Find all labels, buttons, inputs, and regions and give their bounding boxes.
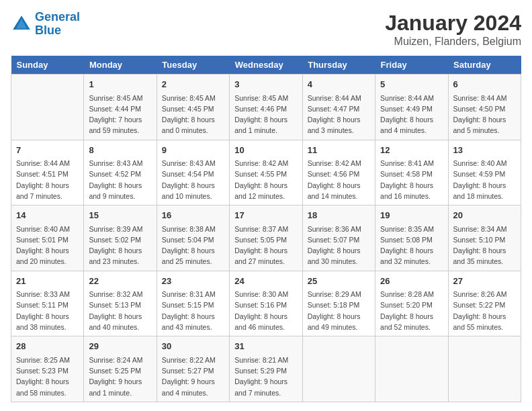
- day-info: Sunrise: 8:42 AMSunset: 4:56 PMDaylight:…: [308, 158, 370, 201]
- header-cell-wednesday: Wednesday: [230, 56, 302, 75]
- day-number: 8: [89, 144, 151, 157]
- day-number: 26: [380, 275, 443, 288]
- calendar-cell: 23Sunrise: 8:31 AMSunset: 5:15 PMDayligh…: [157, 271, 229, 336]
- day-info: Sunrise: 8:38 AMSunset: 5:04 PMDaylight:…: [162, 224, 224, 267]
- day-number: 23: [162, 275, 224, 288]
- calendar-cell: 26Sunrise: 8:28 AMSunset: 5:20 PMDayligh…: [375, 271, 448, 336]
- header-cell-monday: Monday: [84, 56, 157, 75]
- day-info: Sunrise: 8:41 AMSunset: 4:58 PMDaylight:…: [380, 158, 443, 201]
- calendar-table: SundayMondayTuesdayWednesdayThursdayFrid…: [11, 56, 521, 402]
- day-number: 13: [453, 144, 516, 157]
- calendar-cell: 8Sunrise: 8:43 AMSunset: 4:52 PMDaylight…: [84, 140, 157, 205]
- day-info: Sunrise: 8:45 AMSunset: 4:45 PMDaylight:…: [162, 93, 224, 136]
- calendar-cell: 4Sunrise: 8:44 AMSunset: 4:47 PMDaylight…: [302, 75, 375, 140]
- calendar-cell: 2Sunrise: 8:45 AMSunset: 4:45 PMDaylight…: [157, 75, 229, 140]
- day-info: Sunrise: 8:42 AMSunset: 4:55 PMDaylight:…: [234, 158, 297, 201]
- calendar-cell: 3Sunrise: 8:45 AMSunset: 4:46 PMDaylight…: [230, 75, 302, 140]
- calendar-cell: 24Sunrise: 8:30 AMSunset: 5:16 PMDayligh…: [230, 271, 302, 336]
- day-info: Sunrise: 8:45 AMSunset: 4:44 PMDaylight:…: [89, 93, 151, 136]
- day-number: 25: [308, 275, 370, 288]
- day-info: Sunrise: 8:43 AMSunset: 4:54 PMDaylight:…: [162, 158, 224, 201]
- day-info: Sunrise: 8:21 AMSunset: 5:29 PMDaylight:…: [234, 355, 297, 398]
- calendar-header-row: SundayMondayTuesdayWednesdayThursdayFrid…: [11, 56, 521, 75]
- calendar-cell: 25Sunrise: 8:29 AMSunset: 5:18 PMDayligh…: [302, 271, 375, 336]
- page-subtitle: Muizen, Flanders, Belgium: [385, 36, 521, 48]
- day-info: Sunrise: 8:45 AMSunset: 4:46 PMDaylight:…: [234, 93, 297, 136]
- day-info: Sunrise: 8:34 AMSunset: 5:10 PMDaylight:…: [453, 224, 516, 267]
- day-info: Sunrise: 8:40 AMSunset: 4:59 PMDaylight:…: [453, 158, 516, 201]
- day-info: Sunrise: 8:44 AMSunset: 4:51 PMDaylight:…: [16, 158, 79, 201]
- day-info: Sunrise: 8:35 AMSunset: 5:08 PMDaylight:…: [380, 224, 443, 267]
- day-info: Sunrise: 8:39 AMSunset: 5:02 PMDaylight:…: [89, 224, 151, 267]
- day-info: Sunrise: 8:40 AMSunset: 5:01 PMDaylight:…: [16, 224, 79, 267]
- calendar-cell: 30Sunrise: 8:22 AMSunset: 5:27 PMDayligh…: [157, 336, 229, 402]
- day-info: Sunrise: 8:44 AMSunset: 4:49 PMDaylight:…: [380, 93, 443, 136]
- calendar-cell: 7Sunrise: 8:44 AMSunset: 4:51 PMDaylight…: [11, 140, 84, 205]
- day-number: 18: [308, 209, 370, 222]
- day-number: 31: [234, 340, 297, 353]
- title-block: January 2024 Muizen, Flanders, Belgium: [385, 11, 521, 48]
- day-info: Sunrise: 8:44 AMSunset: 4:47 PMDaylight:…: [308, 93, 370, 136]
- day-number: 21: [16, 275, 79, 288]
- calendar-cell: [302, 336, 375, 402]
- day-number: 14: [16, 209, 79, 222]
- calendar-week-row: 14Sunrise: 8:40 AMSunset: 5:01 PMDayligh…: [11, 205, 521, 271]
- day-number: 2: [162, 78, 224, 91]
- calendar-cell: 12Sunrise: 8:41 AMSunset: 4:58 PMDayligh…: [375, 140, 448, 205]
- calendar-cell: 11Sunrise: 8:42 AMSunset: 4:56 PMDayligh…: [302, 140, 375, 205]
- calendar-week-row: 7Sunrise: 8:44 AMSunset: 4:51 PMDaylight…: [11, 140, 521, 205]
- header-cell-sunday: Sunday: [11, 56, 84, 75]
- calendar-cell: 18Sunrise: 8:36 AMSunset: 5:07 PMDayligh…: [302, 205, 375, 271]
- day-number: 27: [453, 275, 516, 288]
- calendar-cell: 28Sunrise: 8:25 AMSunset: 5:23 PMDayligh…: [11, 336, 84, 402]
- day-info: Sunrise: 8:30 AMSunset: 5:16 PMDaylight:…: [234, 289, 297, 332]
- day-number: 10: [234, 144, 297, 157]
- day-number: 15: [89, 209, 151, 222]
- calendar-cell: [375, 336, 448, 402]
- calendar-week-row: 28Sunrise: 8:25 AMSunset: 5:23 PMDayligh…: [11, 336, 521, 402]
- day-info: Sunrise: 8:26 AMSunset: 5:22 PMDaylight:…: [453, 289, 516, 332]
- page-header: General Blue January 2024 Muizen, Flande…: [11, 11, 521, 48]
- calendar-cell: 21Sunrise: 8:33 AMSunset: 5:11 PMDayligh…: [11, 271, 84, 336]
- calendar-week-row: 1Sunrise: 8:45 AMSunset: 4:44 PMDaylight…: [11, 75, 521, 140]
- day-number: 1: [89, 78, 151, 91]
- day-info: Sunrise: 8:31 AMSunset: 5:15 PMDaylight:…: [162, 289, 224, 332]
- day-number: 12: [380, 144, 443, 157]
- header-cell-friday: Friday: [375, 56, 448, 75]
- day-info: Sunrise: 8:36 AMSunset: 5:07 PMDaylight:…: [308, 224, 370, 267]
- day-number: 22: [89, 275, 151, 288]
- calendar-cell: 16Sunrise: 8:38 AMSunset: 5:04 PMDayligh…: [157, 205, 229, 271]
- day-number: 29: [89, 340, 151, 353]
- day-number: 7: [16, 144, 79, 157]
- calendar-cell: 13Sunrise: 8:40 AMSunset: 4:59 PMDayligh…: [448, 140, 521, 205]
- day-number: 24: [234, 275, 297, 288]
- day-number: 19: [380, 209, 443, 222]
- calendar-cell: 14Sunrise: 8:40 AMSunset: 5:01 PMDayligh…: [11, 205, 84, 271]
- day-number: 9: [162, 144, 224, 157]
- calendar-week-row: 21Sunrise: 8:33 AMSunset: 5:11 PMDayligh…: [11, 271, 521, 336]
- calendar-cell: 19Sunrise: 8:35 AMSunset: 5:08 PMDayligh…: [375, 205, 448, 271]
- calendar-cell: 22Sunrise: 8:32 AMSunset: 5:13 PMDayligh…: [84, 271, 157, 336]
- day-number: 28: [16, 340, 79, 353]
- day-info: Sunrise: 8:44 AMSunset: 4:50 PMDaylight:…: [453, 93, 516, 136]
- calendar-cell: 31Sunrise: 8:21 AMSunset: 5:29 PMDayligh…: [230, 336, 302, 402]
- logo: General Blue: [11, 11, 80, 38]
- calendar-cell: 6Sunrise: 8:44 AMSunset: 4:50 PMDaylight…: [448, 75, 521, 140]
- header-cell-saturday: Saturday: [448, 56, 521, 75]
- calendar-cell: 5Sunrise: 8:44 AMSunset: 4:49 PMDaylight…: [375, 75, 448, 140]
- calendar-cell: 27Sunrise: 8:26 AMSunset: 5:22 PMDayligh…: [448, 271, 521, 336]
- calendar-cell: 15Sunrise: 8:39 AMSunset: 5:02 PMDayligh…: [84, 205, 157, 271]
- day-info: Sunrise: 8:33 AMSunset: 5:11 PMDaylight:…: [16, 289, 79, 332]
- day-number: 6: [453, 78, 516, 91]
- day-number: 17: [234, 209, 297, 222]
- day-info: Sunrise: 8:24 AMSunset: 5:25 PMDaylight:…: [89, 355, 151, 398]
- header-cell-tuesday: Tuesday: [157, 56, 229, 75]
- calendar-cell: 17Sunrise: 8:37 AMSunset: 5:05 PMDayligh…: [230, 205, 302, 271]
- calendar-cell: 20Sunrise: 8:34 AMSunset: 5:10 PMDayligh…: [448, 205, 521, 271]
- calendar-cell: 10Sunrise: 8:42 AMSunset: 4:55 PMDayligh…: [230, 140, 302, 205]
- day-number: 16: [162, 209, 224, 222]
- day-number: 20: [453, 209, 516, 222]
- calendar-cell: 29Sunrise: 8:24 AMSunset: 5:25 PMDayligh…: [84, 336, 157, 402]
- day-info: Sunrise: 8:28 AMSunset: 5:20 PMDaylight:…: [380, 289, 443, 332]
- page-title: January 2024: [385, 11, 521, 36]
